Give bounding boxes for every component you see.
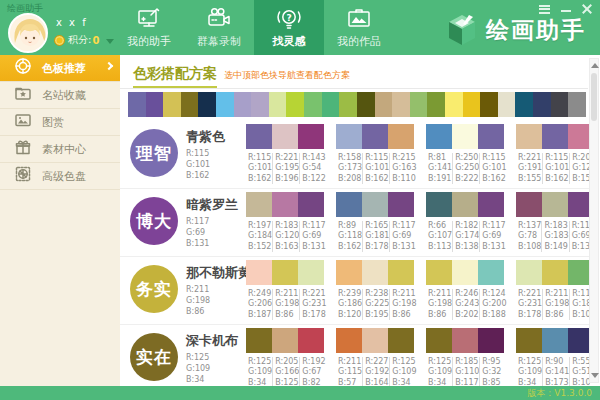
rgb-value-line: R:238 — [365, 289, 389, 299]
sidebar-item-wheel[interactable]: 高级色盘 — [0, 163, 120, 190]
nav-color-swatch[interactable] — [251, 92, 269, 117]
nav-color-swatch[interactable] — [533, 92, 551, 117]
group-values: R:197G:184B:152R:183G:120B:163R:117G:69B… — [246, 221, 324, 252]
nav-color-swatch[interactable] — [375, 92, 393, 117]
nav-color-swatch[interactable] — [181, 92, 199, 117]
minimize-icon[interactable] — [561, 10, 571, 12]
nav-color-swatch[interactable] — [269, 92, 287, 117]
nav-color-swatch[interactable] — [322, 92, 340, 117]
rgb-value-line: B:105 — [572, 310, 590, 320]
rgb-value-column: R:205G:166B:125 — [272, 357, 299, 386]
rgb-value-line: G:109 — [518, 367, 542, 377]
nav-color-swatch[interactable] — [357, 92, 375, 117]
rgb-value-column: R:117G:69B:131 — [389, 221, 415, 252]
swatch-group: R:221G:231B:178R:211G:198B:86R:115G:182B… — [516, 260, 590, 320]
palette-info: 青紫色R:115G:101B:162 — [186, 121, 238, 181]
rgb-value-line: G:101 — [545, 163, 569, 173]
rgb-value-line: B:162 — [248, 174, 272, 184]
rgb-value-column: R:182G:174B:138 — [452, 221, 479, 252]
rgb-value-line: G:115 — [338, 367, 362, 377]
base-g-value: G:198 — [186, 296, 238, 307]
nav-color-swatch[interactable] — [551, 92, 569, 117]
rgb-value-line: R:211 — [275, 289, 299, 299]
color-swatch — [452, 260, 478, 285]
group-swatches — [516, 328, 590, 353]
rgb-value-line: R:125 — [428, 357, 452, 367]
color-swatch — [246, 124, 272, 149]
scroll-thumb[interactable] — [591, 73, 597, 121]
nav-color-swatch[interactable] — [286, 92, 304, 117]
rgb-value-line: R:137 — [518, 221, 541, 231]
avatar[interactable] — [8, 13, 48, 53]
rgb-value-line: G:69 — [302, 231, 325, 241]
color-swatch — [246, 260, 272, 285]
rgb-value-column: R:183G:120B:163 — [272, 221, 299, 252]
palette-row: 务实那不勒斯黄R:211G:198B:86R:249G:206B:187R:21… — [120, 257, 590, 325]
tab-assistant[interactable]: 我的助手 — [114, 0, 184, 55]
color-swatch — [298, 260, 324, 285]
nav-color-swatch[interactable] — [410, 92, 428, 117]
palette-name: 暗紫罗兰 — [186, 196, 238, 214]
rgb-value-line: R:125 — [248, 357, 272, 367]
rgb-value-line: B:187 — [248, 310, 272, 320]
rgb-value-line: G:101 — [248, 163, 272, 173]
base-r-value: R:117 — [186, 217, 238, 228]
page-subtitle: 选中顶部色块导航查看配色方案 — [224, 70, 350, 80]
sidebar-item-palette[interactable]: 色板推荐 — [0, 55, 120, 82]
sidebar-item-gallery[interactable]: 图赏 — [0, 109, 120, 136]
nav-color-swatch[interactable] — [568, 92, 586, 117]
rgb-value-line: B:108 — [518, 242, 541, 252]
tab-inspiration[interactable]: ?找灵感 — [254, 0, 324, 55]
nav-color-swatch[interactable] — [198, 92, 216, 117]
color-swatch — [362, 260, 388, 285]
rgb-value-line: B:162 — [545, 174, 569, 184]
rgb-value-line: B:162 — [365, 174, 389, 184]
tab-label: 找灵感 — [273, 34, 306, 49]
nav-color-swatch[interactable] — [216, 92, 234, 117]
nav-color-swatch[interactable] — [427, 92, 445, 117]
base-g-value: G:109 — [186, 364, 238, 375]
rgb-value-line: R:115 — [572, 289, 590, 299]
nav-color-swatch[interactable] — [445, 92, 463, 117]
rgb-value-column: R:158G:173B:208 — [336, 153, 362, 184]
chevron-down-icon[interactable] — [106, 39, 114, 44]
base-b-value: B:131 — [186, 239, 238, 250]
nav-color-swatch[interactable] — [498, 92, 516, 117]
rgb-value-line: G:198 — [545, 299, 569, 309]
scroll-down-icon[interactable] — [591, 373, 599, 378]
tab-works[interactable]: 我的作品 — [324, 0, 394, 55]
nav-color-swatch[interactable] — [163, 92, 181, 117]
sidebar-item-label: 色板推荐 — [42, 61, 86, 76]
color-swatch — [388, 260, 414, 285]
palette-row: 实在深卡机布R:125G:109B:34R:125G:109B:34R:205G… — [120, 325, 590, 386]
nav-color-swatch[interactable] — [463, 92, 481, 117]
swatch-groups: R:197G:184B:152R:183G:120B:163R:117G:69B… — [246, 189, 590, 252]
rgb-value-line: B:164 — [365, 378, 389, 386]
rgb-value-line: B:149 — [544, 242, 568, 252]
nav-color-swatch[interactable] — [515, 92, 533, 117]
nav-color-swatch[interactable] — [234, 92, 252, 117]
color-swatch — [516, 192, 542, 217]
nav-color-swatch[interactable] — [339, 92, 357, 117]
rgb-value-line: R:211 — [338, 357, 362, 367]
tab-record[interactable]: 群幕录制 — [184, 0, 254, 55]
rgb-value-line: G:67 — [302, 367, 325, 377]
scroll-up-icon[interactable] — [591, 63, 599, 68]
rgb-value-line: R:183 — [275, 221, 299, 231]
nav-color-swatch[interactable] — [392, 92, 410, 117]
nav-color-swatch[interactable] — [480, 92, 498, 117]
sidebar-item-sites[interactable]: 名站收藏 — [0, 82, 120, 109]
nav-color-swatch[interactable] — [128, 92, 146, 117]
palette-name: 青紫色 — [186, 128, 238, 146]
scrollbar[interactable] — [589, 58, 599, 383]
palette-info: 深卡机布R:125G:109B:34 — [186, 325, 238, 385]
nav-color-swatch[interactable] — [304, 92, 322, 117]
sidebar-item-material[interactable]: 素材中心 — [0, 136, 120, 163]
tab-label: 群幕录制 — [197, 34, 241, 49]
swatch-group: R:211G:115B:57R:227G:192B:164R:125G:109B… — [336, 328, 414, 386]
color-swatch — [298, 124, 324, 149]
nav-color-swatch[interactable] — [146, 92, 164, 117]
rgb-value-line: B:131 — [302, 242, 325, 252]
rgb-value-line: B:173 — [545, 378, 569, 386]
rgb-value-line: B:102 — [572, 378, 590, 386]
